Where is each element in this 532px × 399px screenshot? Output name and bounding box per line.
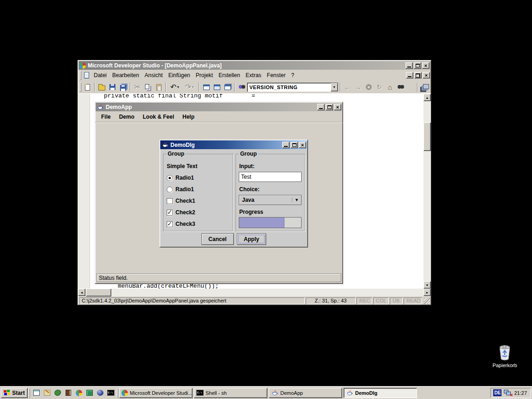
demoapp-titlebar[interactable]: DemoApp × [96,103,342,111]
toolbar-grip[interactable] [80,82,81,92]
quicklaunch-show-desktop[interactable] [31,388,42,398]
task-shell[interactable]: C:\ Shell - sh [194,388,267,398]
minimize-button[interactable] [282,142,290,148]
maximize-button[interactable] [414,62,421,69]
network-offline-icon[interactable]: × [504,390,512,396]
vertical-scrollbar[interactable]: ▲ ▼ [423,94,431,289]
open-button[interactable] [97,82,107,92]
search-in-files-button[interactable] [236,82,247,92]
task-devstudio[interactable]: Microsoft Developer Studi... [119,388,193,398]
cut-button[interactable]: ✂ [132,82,143,92]
close-button[interactable]: × [422,62,429,69]
undo-button[interactable]: ↶▼ [168,82,182,92]
vertical-scroll-thumb[interactable] [423,122,431,151]
horizontal-scrollbar[interactable]: ◄ ► [78,289,431,296]
nav-search-button[interactable] [395,82,406,92]
minimize-button[interactable] [405,62,413,69]
checkbox[interactable]: ✓ [167,221,173,227]
save-button[interactable] [107,82,118,92]
recycle-bin[interactable]: Papierkorb [484,345,526,368]
scroll-down-button[interactable]: ▼ [423,281,431,289]
checkbox[interactable]: ✓ [167,198,173,204]
task-demoapp[interactable]: DemoApp [269,388,342,398]
search-combo[interactable]: VERSION_STRING ▼ [247,83,339,92]
nav-home-button[interactable]: ⌂ [385,82,395,92]
menu-bearbeiten[interactable]: Bearbeiten [109,71,142,79]
radio-button[interactable] [167,187,173,193]
check-row-2[interactable]: ✓ Check2 [167,209,195,216]
menu-fenster[interactable]: Fenster [264,71,289,79]
check-row-1[interactable]: ✓ Check1 [167,197,195,205]
tree-icon [86,390,93,396]
copy-button[interactable] [143,82,153,92]
menu-projekt[interactable]: Projekt [193,71,216,79]
check-row-3[interactable]: ✓ Check3 [167,220,195,228]
menu-extras[interactable]: Extras [243,71,264,79]
nav-back-button[interactable]: ← [342,82,353,92]
apply-button[interactable]: Apply [237,233,266,245]
quicklaunch-grip[interactable] [29,388,30,398]
menubar-grip[interactable] [80,71,81,79]
devstudio-titlebar[interactable]: Microsoft Developer Studio - [DemoAppPan… [79,61,430,70]
paste-button[interactable] [153,82,164,92]
quicklaunch-book[interactable] [63,388,73,398]
cancel-button[interactable]: Cancel [201,233,234,245]
quicklaunch-browser[interactable] [95,388,105,398]
quicklaunch-tree[interactable] [84,388,95,398]
quicklaunch-editor[interactable] [42,388,52,398]
checkbox[interactable]: ✓ [167,210,173,216]
language-indicator[interactable]: DE [493,389,502,396]
nav-refresh-button[interactable]: ↻ [374,82,385,92]
search-combo-value[interactable]: VERSION_STRING [248,85,331,90]
menu-file[interactable]: File [97,113,115,121]
input-field[interactable]: Test [239,172,302,182]
new-file-button[interactable] [82,82,93,92]
radio-button[interactable] [167,175,173,181]
scroll-up-button[interactable]: ▲ [423,94,431,101]
window-list-button[interactable] [222,82,233,92]
minimize-button[interactable] [317,104,325,110]
menu-look-and-feel[interactable]: Look & Feel [139,113,178,121]
radio-row-1[interactable]: Radio1 [167,174,194,181]
layers-button[interactable] [419,82,430,92]
combo-drop-button[interactable]: ▼ [331,83,338,91]
workspace-button[interactable] [201,82,212,92]
output-button[interactable] [212,82,222,92]
mdi-minimize-button[interactable] [406,72,413,79]
tasks-grip[interactable] [117,388,118,398]
chevron-down-icon[interactable]: ▼ [292,198,301,202]
menu-demo[interactable]: Demo [115,113,139,121]
group-box-right: Group Input: Test Choice: Java ▼ Progres… [236,154,305,231]
choice-combo[interactable]: Java ▼ [239,195,302,205]
menu-hilfe[interactable]: ? [289,71,297,79]
quicklaunch-dragon[interactable] [52,388,63,398]
scroll-left-button[interactable]: ◄ [78,289,85,296]
close-button[interactable]: × [299,142,306,148]
horizontal-scroll-thumb[interactable] [86,289,111,296]
quicklaunch-terminal[interactable]: C:\ [105,388,116,398]
mdi-restore-button[interactable] [414,72,422,79]
nav-forward-button[interactable]: → [353,82,363,92]
save-all-button[interactable] [118,82,128,92]
start-button[interactable]: Start [1,388,28,398]
quicklaunch-msdev[interactable] [73,388,84,398]
scroll-right-button[interactable]: ► [423,289,431,296]
maximize-button[interactable] [290,142,298,148]
close-button[interactable]: × [334,104,341,110]
nav-stop-button[interactable]: × [363,82,374,92]
menu-einfuegen[interactable]: Einfügen [165,71,193,79]
resize-grip[interactable] [424,298,430,304]
menu-erstellen[interactable]: Erstellen [216,71,243,79]
maximize-button[interactable] [326,104,333,110]
demodlg-titlebar[interactable]: DemoDlg × [160,140,307,149]
task-demodlg[interactable]: DemoDlg [344,388,417,398]
document-icon[interactable] [84,72,89,79]
terminal-icon: C:\ [107,390,115,396]
menu-help[interactable]: Help [178,113,199,121]
mdi-close-button[interactable]: × [423,72,430,79]
menu-datei[interactable]: Datei [91,71,109,79]
radio-row-2[interactable]: Radio1 [167,186,194,193]
menu-ansicht[interactable]: Ansicht [142,71,165,79]
redo-button[interactable]: ↷▼ [182,82,197,92]
group-right-title: Group [239,151,258,157]
